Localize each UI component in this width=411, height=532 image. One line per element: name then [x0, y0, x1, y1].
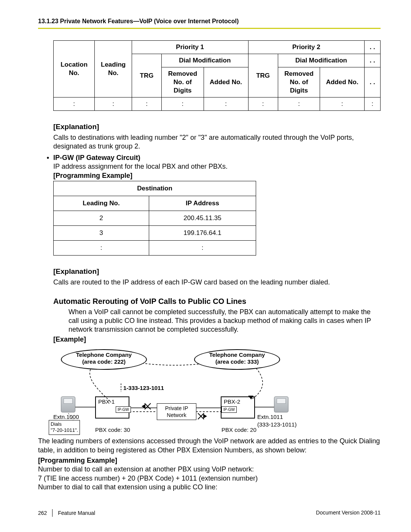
col-dots-2: . .	[365, 54, 381, 67]
document-version: Document Version 2008-11	[316, 509, 381, 516]
page-number: 262	[38, 510, 47, 516]
phone-icon	[61, 396, 75, 412]
col-dialmod2: Dial Modification	[278, 54, 364, 67]
col-removed2: Removed No. of Digits	[278, 67, 320, 97]
pbx-2-label: PBX-2	[224, 398, 240, 406]
col-trg2: TRG	[248, 54, 278, 97]
col-added2: Added No.	[320, 67, 365, 97]
col-destination: Destination	[54, 181, 256, 196]
explanation2-text: Calls are routed to the IP address of ea…	[53, 278, 381, 287]
explanation1-text: Calls to destinations with leading numbe…	[53, 133, 381, 151]
col-location: Location No.	[54, 40, 95, 97]
col-dots-1: . .	[365, 40, 381, 54]
table-row: 2 200.45.11.35	[54, 211, 256, 226]
col-dots-3: . .	[365, 67, 381, 97]
table-row: : : : : : : : : :	[54, 97, 381, 111]
col-trg1: TRG	[132, 54, 161, 97]
programming-example-1: [Programming Example]	[53, 172, 132, 179]
col-added1: Added No.	[204, 67, 248, 97]
col-lead: Leading No.	[54, 196, 149, 211]
footer-separator	[52, 509, 53, 517]
telco-2: Telephone Company (area code: 333)	[194, 349, 280, 370]
col-leading: Leading No.	[95, 40, 132, 97]
page: 13.1.23 Private Network Features—VoIP (V…	[0, 0, 411, 532]
ipgw-text: IP address assignment for the local PBX …	[53, 163, 228, 170]
svg-line-6	[145, 403, 151, 409]
pbx-1-label: PBX-1	[98, 398, 115, 406]
dials-box: Dials "7-20-1011".	[49, 420, 80, 435]
table-row: 3 199.176.64.1	[54, 226, 256, 241]
ipgw-head: IP-GW (IP Gateway Circuit)	[53, 154, 140, 161]
col-removed1: Removed No. of Digits	[162, 67, 204, 97]
destination-table: Destination Leading No. IP Address 2 200…	[53, 181, 256, 256]
col-ip: IP Address	[149, 196, 256, 211]
svg-line-5	[145, 403, 151, 409]
below-3: 7 (TIE line access number) + 20 (PBX Cod…	[38, 474, 381, 483]
explanation2-head: [Explanation]	[53, 267, 381, 276]
example-head: [Example]	[53, 335, 86, 343]
svg-line-9	[198, 413, 204, 419]
extn-left: Extn.1000	[53, 413, 79, 421]
phone-icon	[274, 396, 288, 412]
explanation1-head: [Explanation]	[53, 122, 381, 132]
footer-title: Feature Manual	[58, 510, 95, 516]
below-4: Number to dial to call that extension us…	[38, 483, 381, 492]
col-priority1: Priority 1	[132, 40, 248, 54]
below-diagram-1: The leading numbers of extensions access…	[38, 437, 381, 455]
auto-reroute-text: When a VoIP call cannot be completed suc…	[68, 308, 381, 334]
programming-example-2: [Programming Example]	[38, 457, 117, 464]
bullet-dot: •	[43, 153, 53, 180]
pbx-code-1: PBX code: 30	[95, 426, 130, 434]
auto-reroute-head: Automatic Rerouting of VoIP Calls to Pub…	[53, 296, 381, 306]
routing-table: Location No. Leading No. Priority 1 Prio…	[53, 40, 381, 111]
svg-marker-10	[203, 414, 207, 419]
page-header: 13.1.23 Private Network Features—VoIP (V…	[38, 18, 381, 26]
svg-marker-7	[142, 404, 145, 409]
below-2: Number to dial to call an extension at a…	[38, 465, 381, 474]
ipgw-bullet: • IP-GW (IP Gateway Circuit) IP address …	[43, 153, 381, 180]
svg-line-8	[198, 413, 204, 419]
footer: 262 Feature Manual Document Version 2008…	[38, 509, 381, 517]
extn-right: Extn.1011 (333-123-1011)	[257, 413, 296, 428]
telco-1: Telephone Company (area code: 222)	[61, 349, 147, 370]
dial-number: 1-333-123-1011	[123, 384, 164, 392]
private-ip-network: Private IP Network	[157, 403, 196, 420]
ipgw-2: IP-GW	[221, 406, 237, 413]
rerouting-diagram: Telephone Company (area code: 222) Telep…	[38, 346, 304, 434]
header-rule	[38, 28, 381, 29]
col-priority2: Priority 2	[248, 40, 365, 54]
pbx-code-2: PBX code: 20	[221, 426, 256, 434]
content-area: Location No. Leading No. Priority 1 Prio…	[53, 40, 381, 492]
col-dialmod1: Dial Modification	[162, 54, 248, 67]
ipgw-1: IP-GW	[116, 406, 131, 413]
table-row: : :	[54, 241, 256, 256]
